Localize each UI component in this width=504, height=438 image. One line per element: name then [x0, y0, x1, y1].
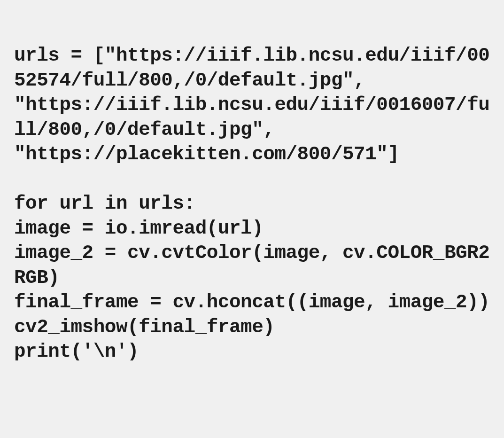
code-line: for url in urls: [14, 193, 195, 214]
code-line: cv2_imshow(final_frame) [14, 316, 274, 338]
code-line: print('\n') [14, 341, 139, 362]
code-line: image = io.imread(url) [14, 218, 263, 239]
code-line: urls = ["https://iiif.lib.ncsu.edu/iiif/… [14, 45, 489, 91]
code-snippet: urls = ["https://iiif.lib.ncsu.edu/iiif/… [14, 19, 490, 364]
code-line: "https://iiif.lib.ncsu.edu/iiif/0016007/… [14, 94, 489, 140]
code-line: "https://placekitten.com/800/571"] [14, 143, 399, 165]
code-line: final_frame = cv.hconcat((image, image_2… [14, 291, 489, 313]
code-line: image_2 = cv.cvtColor(image, cv.COLOR_BG… [14, 242, 489, 288]
